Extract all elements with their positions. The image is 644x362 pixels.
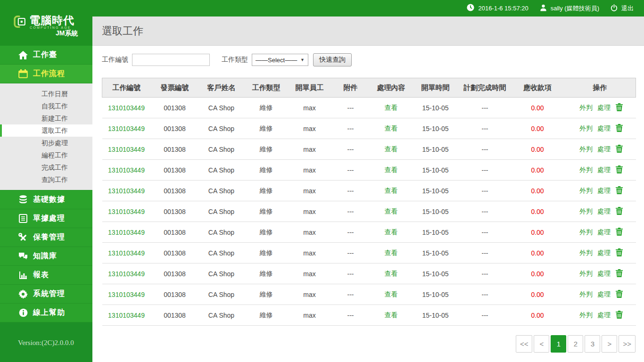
sidebar-subitem-select-job[interactable]: 選取工作 [0, 124, 92, 137]
view-content-link[interactable]: 查看 [385, 104, 398, 111]
delete-button[interactable] [616, 248, 623, 258]
delete-button[interactable] [616, 165, 623, 175]
job-number-link[interactable]: 1310103449 [108, 166, 145, 174]
first-page-button[interactable]: << [516, 335, 533, 353]
process-link[interactable]: 處理 [597, 207, 611, 215]
actions-cell: 外判處理 [564, 160, 636, 181]
page-3-button[interactable]: 3 [585, 335, 600, 353]
sidebar-subitem-programming-job[interactable]: 編程工作 [0, 149, 92, 161]
job-number-link[interactable]: 1310103449 [108, 104, 145, 112]
receivable-cell: 0.00 [511, 118, 564, 139]
view-content-link[interactable]: 查看 [385, 311, 398, 319]
content-cell: 查看 [371, 98, 412, 118]
receivable-amount: 0.00 [531, 125, 544, 132]
outsource-link[interactable]: 外判 [579, 311, 593, 319]
outsource-link[interactable]: 外判 [579, 249, 593, 256]
view-content-link[interactable]: 查看 [385, 249, 398, 256]
process-link[interactable]: 處理 [597, 145, 611, 153]
invoice-number-cell: 001308 [151, 98, 199, 118]
process-link[interactable]: 處理 [597, 270, 611, 277]
sidebar-item-online-help[interactable]: 線上幫助 [0, 304, 92, 322]
content-cell: 查看 [371, 284, 412, 305]
receivable-amount: 0.00 [531, 208, 544, 215]
sidebar-item-workbench[interactable]: 工作臺 [0, 46, 92, 65]
job-type-select[interactable]: ——Select—— ▼ [252, 54, 308, 66]
job-number-link[interactable]: 1310103449 [108, 270, 145, 278]
view-content-link[interactable]: 查看 [385, 207, 398, 215]
view-content-link[interactable]: 查看 [385, 166, 398, 173]
delete-button[interactable] [616, 124, 623, 133]
job-number-link[interactable]: 1310103449 [108, 187, 145, 195]
page-2-button[interactable]: 2 [568, 335, 583, 353]
outsource-link[interactable]: 外判 [579, 104, 593, 111]
outsource-link[interactable]: 外判 [579, 124, 593, 132]
sidebar-subitem-job-calendar[interactable]: 工作日曆 [0, 88, 92, 100]
job-number-link[interactable]: 1310103449 [108, 291, 145, 298]
prev-page-button[interactable]: < [534, 335, 549, 353]
delete-button[interactable] [616, 103, 623, 113]
delete-button[interactable] [616, 290, 623, 299]
table-header-row: 工作編號發票編號客戶姓名工作類型開單員工附件處理內容開單時間計劃完成時間應收款項… [102, 78, 636, 98]
view-content-link[interactable]: 查看 [385, 124, 398, 132]
view-content-link[interactable]: 查看 [385, 187, 398, 194]
view-content-link[interactable]: 查看 [385, 228, 398, 236]
delete-button[interactable] [616, 311, 623, 320]
sidebar-item-reports[interactable]: 報表 [0, 266, 92, 285]
delete-button[interactable] [616, 228, 623, 237]
delete-button[interactable] [616, 269, 623, 279]
job-number-link[interactable]: 1310103449 [108, 229, 145, 236]
page-1-button[interactable]: 1 [551, 335, 566, 353]
process-link[interactable]: 處理 [597, 166, 611, 173]
view-content-link[interactable]: 查看 [385, 270, 398, 277]
process-link[interactable]: 處理 [597, 228, 611, 236]
sidebar-item-maintenance[interactable]: 保養管理 [0, 228, 92, 247]
user-info[interactable]: sally (媒體技術員) [540, 4, 599, 13]
process-link[interactable]: 處理 [597, 124, 611, 132]
job-type-cell: 維修 [244, 305, 289, 326]
customer-name-cell: CA Shop [199, 284, 244, 305]
sidebar-subitem-initial-processing[interactable]: 初步處理 [0, 137, 92, 149]
last-page-button[interactable]: >> [619, 335, 636, 353]
logout-button[interactable]: 退出 [611, 4, 634, 13]
job-number-link[interactable]: 1310103449 [108, 312, 145, 319]
delete-button[interactable] [616, 207, 623, 216]
process-link[interactable]: 處理 [597, 187, 611, 194]
next-page-button[interactable]: > [602, 335, 617, 353]
sidebar-subitem-query-job[interactable]: 查詢工作 [0, 173, 92, 186]
job-number-link[interactable]: 1310103449 [108, 125, 145, 132]
outsource-link[interactable]: 外判 [579, 207, 593, 215]
job-number-input[interactable] [132, 54, 210, 66]
outsource-link[interactable]: 外判 [579, 228, 593, 236]
sidebar-item-system-management[interactable]: 系統管理 [0, 285, 92, 304]
view-content-link[interactable]: 查看 [385, 145, 398, 153]
sidebar-item-workflow[interactable]: 工作流程 [0, 65, 92, 83]
quick-search-button[interactable]: 快速查詢 [313, 53, 352, 66]
outsource-link[interactable]: 外判 [579, 187, 593, 194]
outsource-link[interactable]: 外判 [579, 145, 593, 153]
staff-cell: max [289, 118, 331, 139]
sidebar-item-base-data[interactable]: 基礎數據 [0, 190, 92, 209]
sidebar-subitem-my-jobs[interactable]: 自我工作 [0, 100, 92, 112]
process-link[interactable]: 處理 [597, 249, 611, 256]
delete-button[interactable] [616, 186, 623, 196]
invoice-number-cell: 001308 [151, 222, 199, 243]
job-number-link[interactable]: 1310103449 [108, 249, 145, 257]
process-link[interactable]: 處理 [597, 290, 611, 298]
view-content-link[interactable]: 查看 [385, 290, 398, 298]
outsource-link[interactable]: 外判 [579, 166, 593, 173]
job-number-link[interactable]: 1310103449 [108, 208, 145, 215]
table-row: 1310103449001308CA Shop維修max---查看15-10-0… [102, 139, 636, 160]
sidebar-item-knowledge-base[interactable]: 知識庫 [0, 247, 92, 266]
sidebar-subitem-complete-job[interactable]: 完成工作 [0, 161, 92, 173]
outsource-link[interactable]: 外判 [579, 270, 593, 277]
outsource-link[interactable]: 外判 [579, 290, 593, 298]
table-row: 1310103449001308CA Shop維修max---查看15-10-0… [102, 284, 636, 305]
process-link[interactable]: 處理 [597, 311, 611, 319]
attachment-cell: --- [331, 222, 371, 243]
job-type-cell: 維修 [244, 139, 289, 160]
job-number-link[interactable]: 1310103449 [108, 146, 145, 153]
process-link[interactable]: 處理 [597, 104, 611, 111]
delete-button[interactable] [616, 145, 623, 154]
sidebar-subitem-new-job[interactable]: 新建工作 [0, 112, 92, 124]
sidebar-item-document-processing[interactable]: 單據處理 [0, 209, 92, 228]
